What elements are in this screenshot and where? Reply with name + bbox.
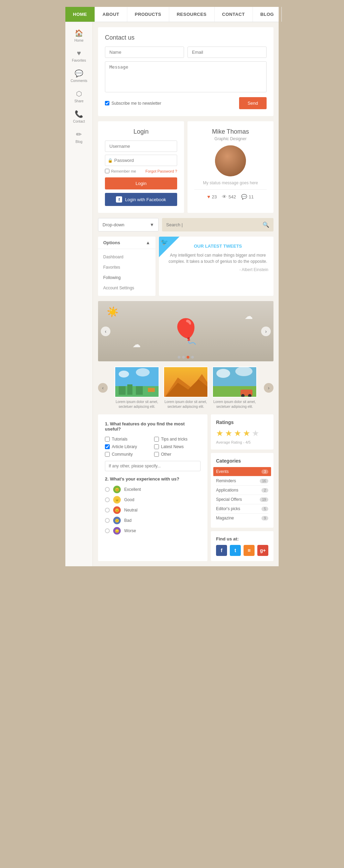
radio-btn-worse[interactable] (105, 528, 110, 533)
radio-btn-bad[interactable] (105, 518, 110, 523)
radio-btn-good[interactable] (105, 497, 110, 502)
sidebar-item-home[interactable]: 🏠 Home (65, 25, 93, 46)
category-events[interactable]: Events 3 (213, 467, 271, 476)
checkbox-other[interactable]: Other (154, 452, 201, 457)
categories-title: Categories (216, 458, 268, 464)
forgot-password-link[interactable]: Forgot Password ? (146, 169, 177, 173)
checkbox-tips[interactable]: Tips and tricks (154, 437, 201, 442)
social-twitter[interactable]: t (230, 545, 241, 556)
slider-dots (178, 356, 194, 359)
carousel-image-3[interactable] (212, 366, 257, 397)
carousel-image-2[interactable] (163, 366, 208, 397)
nav-home[interactable]: HOME (65, 7, 95, 22)
slider-prev-button[interactable]: ‹ (101, 327, 110, 336)
sidebar-item-blog[interactable]: ✏ Blog (65, 127, 93, 147)
subscribe-checkbox[interactable] (105, 101, 109, 105)
username-input[interactable] (105, 141, 177, 152)
sidebar-item-contact[interactable]: 📞 Contact (65, 106, 93, 127)
nav-about[interactable]: ABOUT (95, 7, 127, 22)
rating-average-text: Average Rating - 4/5 (216, 440, 268, 444)
worse-icon: 😞 (113, 527, 121, 535)
nav-blog[interactable]: BLOG (253, 7, 282, 22)
remember-label[interactable]: Remember me (105, 169, 136, 173)
social-facebook[interactable]: f (216, 545, 227, 556)
radio-good[interactable]: 😐 Good (105, 496, 201, 504)
facebook-icon: f (116, 196, 122, 203)
options-header[interactable]: Options ▲ (98, 237, 155, 249)
radio-btn-excellent[interactable] (105, 487, 110, 492)
thumbnail-carousel: ‹ (98, 366, 273, 409)
edit-icon: ✏ (76, 130, 82, 138)
checkbox-library[interactable]: Article Library (105, 444, 151, 449)
radio-btn-neutral[interactable] (105, 508, 110, 513)
radio-bad[interactable]: 😕 Bad (105, 517, 201, 524)
star-1[interactable]: ★ (216, 428, 224, 438)
category-badge-special-offers: 19 (260, 497, 268, 502)
star-2[interactable]: ★ (225, 428, 233, 438)
twitter-content: OUR LATEST TWEETS Any intelligent fool c… (159, 237, 273, 277)
category-editors-picks[interactable]: Editor's picks 5 (216, 504, 268, 514)
category-reminders[interactable]: Reminders 16 (216, 476, 268, 486)
social-rss[interactable]: ⌗ (244, 545, 255, 556)
nav-contact[interactable]: CONTACT (215, 7, 253, 22)
twitter-heading: OUR LATEST TWEETS (168, 244, 268, 249)
option-dashboard[interactable]: Dashboard (98, 252, 155, 262)
facebook-login-button[interactable]: f Login with Facebook (105, 193, 177, 206)
category-badge-reminders: 16 (260, 479, 268, 483)
star-5[interactable]: ★ (252, 428, 259, 438)
slider-dot-1[interactable] (178, 356, 181, 359)
chevron-down-icon: ▼ (150, 222, 154, 227)
carousel-image-1[interactable] (115, 366, 159, 397)
checkbox-tutorials[interactable]: Tutorials (105, 437, 151, 442)
nav-products[interactable]: PRODUCTS (127, 7, 169, 22)
option-account[interactable]: Account Settings (98, 283, 155, 293)
svg-rect-7 (148, 388, 155, 392)
contact-email-input[interactable] (187, 46, 267, 58)
contact-title: Contact us (105, 34, 267, 41)
contact-message-input[interactable] (105, 61, 267, 92)
send-button[interactable]: Send (239, 97, 267, 109)
sidebar-item-comments[interactable]: 💬 Comments (65, 66, 93, 86)
radio-neutral[interactable]: 😑 Neutral (105, 506, 201, 514)
sidebar-item-favorites[interactable]: ♥ Favorites (65, 46, 93, 66)
views-stat: 👁 542 (222, 194, 236, 199)
sidebar-item-share[interactable]: ⬡ Share (65, 86, 93, 106)
carousel-next-button[interactable]: › (264, 383, 273, 393)
contact-section: Contact us Subscribe me to newsletter Se… (98, 27, 273, 116)
search-icon[interactable]: 🔍 (262, 221, 269, 228)
category-special-offers[interactable]: Special Offers 19 (216, 495, 268, 504)
password-input[interactable] (105, 155, 177, 166)
carousel-caption-2: Lorem ipsum dolor sit amet, sectetuer ad… (163, 400, 208, 409)
dropdown[interactable]: Drop-down ▼ (98, 218, 159, 231)
social-google[interactable]: g+ (257, 545, 268, 556)
contact-name-input[interactable] (105, 46, 184, 58)
dropdown-label: Drop-down (103, 222, 125, 227)
option-favorites[interactable]: Favorites (98, 262, 155, 272)
survey-box: 1. What features do you find the most us… (98, 414, 207, 561)
option-following[interactable]: Following (98, 272, 155, 283)
login-button[interactable]: Login (105, 177, 177, 189)
carousel-prev-button[interactable]: ‹ (98, 383, 108, 393)
checkbox-community[interactable]: Community (105, 452, 151, 457)
slider-dot-3[interactable] (187, 356, 190, 359)
slider-dot-2[interactable] (182, 356, 185, 359)
category-applications[interactable]: Applications 2 (216, 486, 268, 495)
specify-input[interactable] (105, 461, 201, 471)
radio-worse[interactable]: 😞 Worse (105, 527, 201, 535)
radio-excellent[interactable]: 😊 Excellent (105, 486, 201, 493)
star-3[interactable]: ★ (234, 428, 241, 438)
views-count: 542 (228, 194, 236, 199)
good-icon: 😐 (113, 496, 121, 504)
checkbox-news[interactable]: Latest News (154, 444, 201, 449)
remember-checkbox[interactable] (105, 169, 109, 173)
star-4[interactable]: ★ (243, 428, 250, 438)
category-magazine[interactable]: Magazine 9 (216, 514, 268, 523)
slider-next-button[interactable]: › (261, 327, 271, 336)
slider-dot-4[interactable] (191, 356, 194, 359)
sidebar-label-blog: Blog (75, 140, 82, 144)
nav-resources[interactable]: RESOURCES (169, 7, 215, 22)
subscribe-label[interactable]: Subscribe me to newsletter (105, 101, 161, 106)
options-panel: Options ▲ Dashboard Favorites Following … (98, 237, 155, 296)
remember-row: Remember me Forgot Password ? (105, 169, 177, 173)
search-input[interactable] (166, 222, 260, 227)
